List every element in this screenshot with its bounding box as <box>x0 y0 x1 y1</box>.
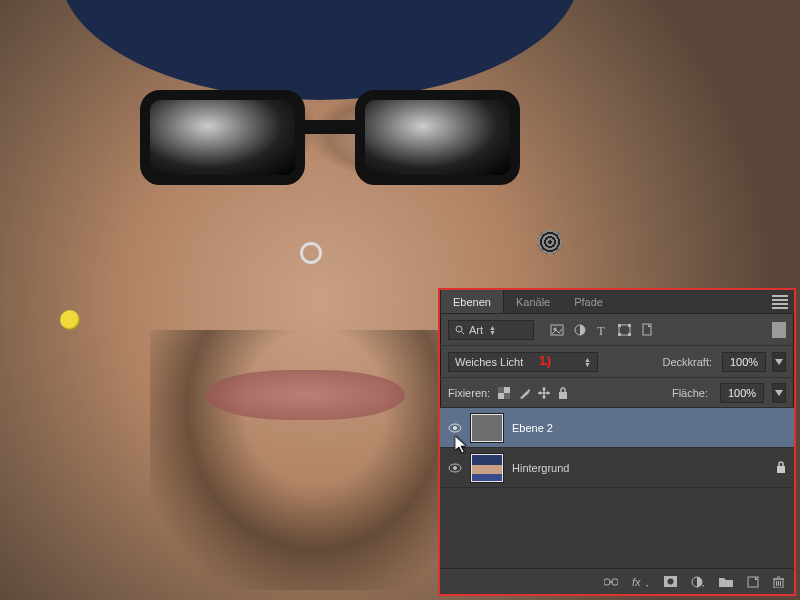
svg-rect-7 <box>618 324 621 327</box>
panel-footer: fx <box>440 568 794 594</box>
tab-layers[interactable]: Ebenen <box>440 290 504 313</box>
filter-toggle[interactable] <box>772 322 786 338</box>
adjustment-layer-icon[interactable] <box>691 576 705 588</box>
lock-transparency-icon[interactable] <box>498 387 510 399</box>
tab-paths[interactable]: Pfade <box>562 290 615 313</box>
blend-opacity-row: Weiches Licht 1.) ▲▼ Deckkraft: 100% <box>440 346 794 378</box>
fill-label: Fläche: <box>672 387 708 399</box>
layer-name[interactable]: Ebene 2 <box>512 422 786 434</box>
layer-mask-icon[interactable] <box>664 576 677 587</box>
svg-rect-11 <box>643 324 651 335</box>
svg-point-17 <box>453 426 457 430</box>
new-group-icon[interactable] <box>719 576 733 587</box>
mouse-cursor <box>455 436 469 456</box>
filter-shape-icon[interactable] <box>618 324 631 336</box>
svg-rect-14 <box>504 393 510 399</box>
svg-rect-9 <box>618 333 621 336</box>
search-icon <box>455 325 465 335</box>
lock-label: Fixieren: <box>448 387 490 399</box>
layer-row[interactable]: Hintergrund <box>440 448 794 488</box>
filter-type-icon[interactable]: T <box>596 324 608 336</box>
opacity-stepper[interactable] <box>772 352 786 372</box>
layers-panel: Ebenen Kanäle Pfade Art ▲▼ T Weiches Lic… <box>438 288 796 596</box>
lock-position-icon[interactable] <box>538 387 550 399</box>
lock-fill-row: Fixieren: Fläche: 100% <box>440 378 794 408</box>
fill-stepper[interactable] <box>772 383 786 403</box>
svg-line-1 <box>462 331 465 334</box>
layer-name[interactable]: Hintergrund <box>512 462 768 474</box>
fill-input[interactable]: 100% <box>720 383 764 403</box>
filter-row: Art ▲▼ T <box>440 314 794 346</box>
svg-text:T: T <box>597 324 605 336</box>
layer-thumbnail[interactable] <box>470 413 504 443</box>
svg-rect-20 <box>777 466 785 473</box>
opacity-label: Deckkraft: <box>662 356 712 368</box>
lock-pixels-icon[interactable] <box>518 387 530 399</box>
layer-filter-dropdown[interactable]: Art ▲▼ <box>448 320 534 340</box>
blend-mode-dropdown[interactable]: Weiches Licht 1.) ▲▼ <box>448 352 598 372</box>
svg-text:fx: fx <box>632 576 641 588</box>
annotation-marker: 1.) <box>539 354 550 368</box>
svg-point-0 <box>456 326 462 332</box>
layer-fx-icon[interactable]: fx <box>632 576 650 588</box>
svg-point-19 <box>453 466 457 470</box>
delete-layer-icon[interactable] <box>773 576 784 588</box>
panel-menu-icon[interactable] <box>772 295 788 309</box>
tab-channels[interactable]: Kanäle <box>504 290 562 313</box>
svg-point-26 <box>668 579 674 585</box>
lock-icon <box>776 461 786 475</box>
blend-mode-value: Weiches Licht <box>455 356 523 368</box>
visibility-toggle[interactable] <box>448 463 462 473</box>
filter-smart-icon[interactable] <box>641 323 653 336</box>
link-layers-icon[interactable] <box>604 577 618 587</box>
svg-rect-15 <box>559 392 567 399</box>
svg-rect-13 <box>498 387 504 393</box>
layer-row[interactable]: Ebene 2 <box>440 408 794 448</box>
layer-list: Ebene 2 Hintergrund <box>440 408 794 568</box>
svg-rect-10 <box>628 333 631 336</box>
visibility-toggle[interactable] <box>448 423 462 433</box>
filter-label: Art <box>469 324 483 336</box>
filter-pixel-icon[interactable] <box>550 324 564 336</box>
new-layer-icon[interactable] <box>747 576 759 588</box>
svg-rect-8 <box>628 324 631 327</box>
opacity-input[interactable]: 100% <box>722 352 766 372</box>
panel-tabs: Ebenen Kanäle Pfade <box>440 290 794 314</box>
lock-all-icon[interactable] <box>558 387 568 399</box>
filter-adjust-icon[interactable] <box>574 324 586 336</box>
layer-thumbnail[interactable] <box>470 453 504 483</box>
